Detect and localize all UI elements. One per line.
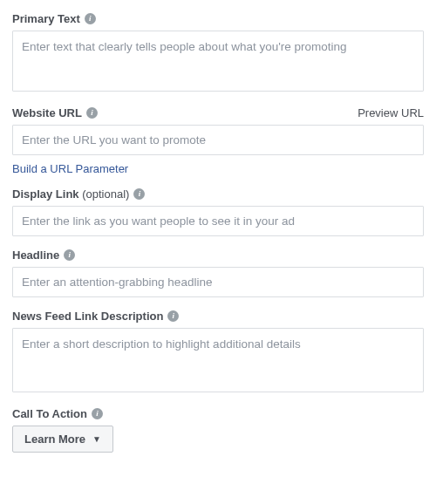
label-left: Primary Text i [12, 12, 96, 25]
info-icon[interactable]: i [86, 107, 98, 119]
chevron-down-icon: ▼ [92, 435, 101, 444]
info-icon[interactable]: i [64, 249, 75, 261]
field-display-link: Display Link (optional) i [12, 187, 424, 236]
info-icon[interactable]: i [167, 310, 179, 322]
news-feed-desc-input[interactable] [12, 328, 424, 392]
field-cta: Call To Action i Learn More ▼ [12, 407, 424, 453]
label-left: Website URL i [12, 106, 98, 119]
field-website-url: Website URL i Preview URL Build a URL Pa… [12, 106, 424, 175]
headline-input[interactable] [12, 267, 424, 297]
preview-url-link[interactable]: Preview URL [358, 106, 424, 119]
build-url-parameter-link[interactable]: Build a URL Parameter [12, 162, 128, 175]
label-left: Call To Action i [12, 407, 103, 420]
label-row: News Feed Link Description i [12, 310, 424, 323]
headline-label: Headline [12, 249, 59, 262]
website-url-input[interactable] [12, 125, 424, 155]
display-link-optional: (optional) [82, 187, 129, 201]
field-primary-text: Primary Text i [12, 12, 424, 94]
field-headline: Headline i [12, 249, 424, 297]
news-feed-desc-label: News Feed Link Description [12, 310, 163, 323]
display-link-label: Display Link (optional) [12, 187, 129, 201]
label-left: Display Link (optional) i [12, 187, 145, 201]
primary-text-label: Primary Text [12, 12, 80, 25]
display-link-label-text: Display Link [12, 187, 79, 201]
info-icon[interactable]: i [92, 408, 103, 419]
cta-label: Call To Action [12, 407, 87, 420]
info-icon[interactable]: i [133, 188, 145, 200]
label-left: Headline i [12, 249, 75, 262]
label-row: Website URL i Preview URL [12, 106, 424, 119]
field-news-feed-desc: News Feed Link Description i [12, 310, 424, 395]
website-url-label: Website URL [12, 106, 82, 119]
label-row: Primary Text i [12, 12, 424, 25]
label-row: Display Link (optional) i [12, 187, 424, 201]
info-icon[interactable]: i [85, 13, 96, 24]
label-row: Call To Action i [12, 407, 424, 420]
cta-selected-text: Learn More [24, 432, 85, 446]
primary-text-input[interactable] [12, 31, 424, 92]
display-link-input[interactable] [12, 206, 424, 236]
cta-dropdown-button[interactable]: Learn More ▼ [12, 426, 113, 453]
label-row: Headline i [12, 249, 424, 262]
label-left: News Feed Link Description i [12, 310, 179, 323]
